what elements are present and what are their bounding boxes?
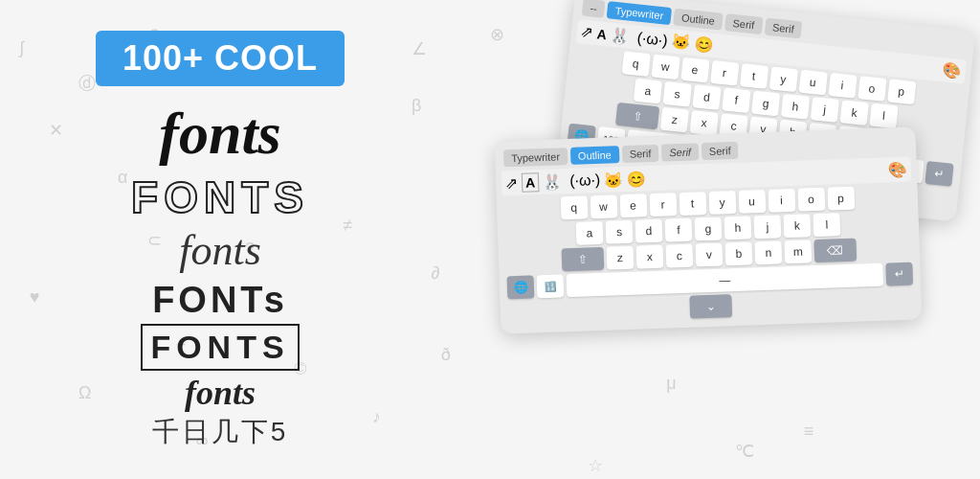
enter-key[interactable]: ↵ [885, 262, 913, 286]
font-sample-bold-italic: fonts [185, 373, 256, 414]
tab-serif2-back[interactable]: Serif [764, 18, 802, 39]
color-icon-main[interactable]: 🎨 [888, 160, 908, 179]
tab-outline-back[interactable]: Outline [673, 9, 723, 31]
key-s[interactable]: s [606, 220, 634, 244]
key-z[interactable]: z [607, 246, 635, 270]
emoji2-icon[interactable]: 🐱 [671, 32, 692, 52]
font-sample-wide: FONTs [152, 279, 288, 323]
key-q-back[interactable]: q [621, 51, 650, 77]
key-t-back[interactable]: t [739, 63, 768, 89]
tab-typewriter-main[interactable]: Typewriter [503, 148, 568, 167]
key-j-back[interactable]: j [811, 97, 839, 123]
key-h-back[interactable]: h [781, 94, 810, 120]
key-z-back[interactable]: z [660, 107, 689, 133]
shift-key-back[interactable]: ⇧ [615, 103, 659, 129]
tab-outline-main[interactable]: Outline [570, 146, 619, 165]
key-f[interactable]: f [665, 218, 693, 242]
enter-key-back[interactable]: ↵ [924, 161, 953, 187]
share-icon-main[interactable]: ⇗ [505, 173, 519, 192]
key-x[interactable]: x [636, 245, 664, 269]
tab-serif3-main[interactable]: Serif [702, 142, 739, 160]
cool-badge: 100+ COOL [96, 31, 345, 86]
backspace-key[interactable]: ⌫ [813, 239, 857, 263]
key-h[interactable]: h [724, 216, 752, 240]
face-icon[interactable]: (·ω·) [636, 29, 669, 49]
key-e[interactable]: e [619, 194, 647, 217]
key-n[interactable]: n [754, 240, 782, 264]
tab-dashes[interactable]: -- [582, 0, 606, 18]
tab-serif1-main[interactable]: Serif [621, 145, 658, 163]
key-m[interactable]: m [784, 240, 812, 263]
key-l[interactable]: l [813, 213, 840, 237]
happy-icon[interactable]: 😊 [694, 34, 715, 55]
key-r-back[interactable]: r [710, 60, 739, 86]
font-sample-handwritten: fonts [159, 98, 280, 169]
key-l-back[interactable]: l [869, 103, 898, 129]
globe-key[interactable]: 🌐 [507, 275, 535, 299]
key-u-back[interactable]: u [798, 70, 827, 96]
share-icon[interactable]: ⇗ [580, 22, 594, 41]
key-q[interactable]: q [560, 195, 588, 219]
font-a-icon[interactable]: A [596, 26, 608, 42]
key-a[interactable]: a [576, 221, 604, 245]
key-v[interactable]: v [695, 243, 723, 267]
fonts-list: fonts FONTS fonts FONTs FONTS fonts 千日几下… [38, 98, 402, 448]
tab-typewriter-back[interactable]: Typewriter [607, 1, 672, 25]
key-c[interactable]: c [665, 244, 693, 268]
tab-serif2-main[interactable]: Serif [661, 143, 699, 161]
key-o[interactable]: o [797, 188, 825, 212]
key-u[interactable]: u [738, 190, 766, 214]
key-w-back[interactable]: w [651, 54, 679, 80]
key-r[interactable]: r [649, 193, 677, 217]
emoji-icon[interactable]: 🐰 [610, 26, 631, 46]
hide-key[interactable]: ⌄ [689, 294, 732, 319]
color-icon[interactable]: 🎨 [942, 60, 963, 80]
key-p-back[interactable]: p [887, 79, 916, 104]
font-sample-outlined: FONTS [131, 171, 309, 224]
key-o-back[interactable]: o [858, 76, 886, 102]
key-i[interactable]: i [768, 189, 795, 213]
left-panel: 100+ COOL fonts FONTS fonts FONTs FONTS … [0, 0, 440, 479]
face-icon-main[interactable]: (·ω·) [569, 171, 601, 190]
tab-serif1-back[interactable]: Serif [724, 13, 763, 34]
key-k[interactable]: k [783, 214, 811, 238]
font-a-icon-main[interactable]: A [522, 172, 540, 193]
key-g-back[interactable]: g [751, 91, 780, 117]
key-y-back[interactable]: y [768, 66, 797, 92]
key-g[interactable]: g [695, 217, 723, 241]
happy-icon-main[interactable]: 😊 [627, 170, 647, 189]
key-y[interactable]: y [708, 191, 736, 215]
key-d[interactable]: d [635, 219, 663, 243]
key-w[interactable]: w [590, 194, 617, 218]
key-x-back[interactable]: x [690, 110, 719, 136]
emoji2-icon-main[interactable]: 🐱 [604, 171, 624, 190]
font-sample-cjk: 千日几下5 [152, 416, 289, 448]
keyboard-main: Typewriter Outline Serif Serif Serif ⇗ A… [495, 126, 923, 333]
key-d-back[interactable]: d [692, 84, 721, 110]
key-t[interactable]: t [679, 192, 706, 216]
font-sample-italic: fonts [179, 226, 261, 277]
shift-key-main[interactable]: ⇧ [562, 247, 605, 272]
emoji-icon-main[interactable]: 🐰 [543, 172, 563, 192]
key-j[interactable]: j [753, 215, 781, 239]
font-sample-boxed: FONTS [141, 324, 299, 371]
key-f-back[interactable]: f [722, 87, 750, 113]
key-s-back[interactable]: s [663, 81, 692, 107]
key-k-back[interactable]: k [840, 100, 869, 125]
right-panel: -- Typewriter Outline Serif Serif ⇗ A 🐰 … [440, 0, 980, 479]
num-key[interactable]: 🔢 [537, 274, 565, 298]
key-a-back[interactable]: a [634, 79, 662, 104]
key-b[interactable]: b [724, 241, 752, 265]
key-p[interactable]: p [827, 187, 855, 211]
key-e-back[interactable]: e [680, 57, 709, 83]
key-i-back[interactable]: i [828, 73, 857, 99]
